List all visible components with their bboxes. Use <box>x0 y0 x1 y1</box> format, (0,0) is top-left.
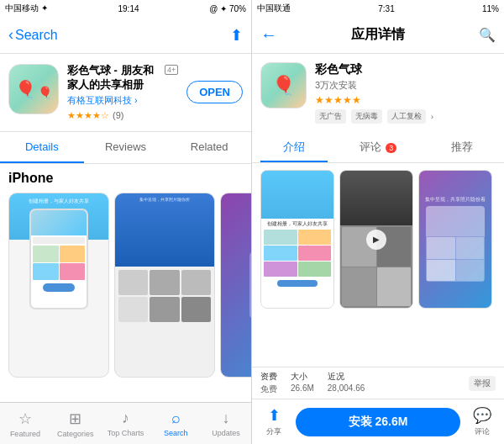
reviews-badge: 3 <box>386 143 396 153</box>
comment-label: 评论 <box>475 426 490 437</box>
tab-featured[interactable]: ☆ Featured <box>0 403 50 444</box>
install-button[interactable]: 安装 26.6M <box>296 408 460 436</box>
carrier-right: 中国联通 <box>257 3 291 14</box>
meta-row: 资费 免费 大小 26.6M 近况 28,004.66 举报 <box>260 371 496 395</box>
rating-row-left: ★★★★☆ (9) <box>67 110 178 121</box>
meta-resource: 资费 免费 <box>260 371 277 395</box>
tab-updates[interactable]: ↓ Updates <box>201 403 251 444</box>
updates-label: Updates <box>212 429 240 437</box>
search-button-right[interactable]: 🔍 <box>479 27 496 43</box>
screenshot-3-left[interactable]: ▶ <box>220 193 251 378</box>
app-info-row: 🎈 🎈 彩色气球 - 朋友和家人的共享相册 4+ 有格互联网科技 › ★★★★☆… <box>0 54 251 132</box>
comment-action[interactable]: 💬 评论 <box>469 406 496 437</box>
stars-left: ★★★★☆ <box>67 110 109 121</box>
age-badge: 4+ <box>165 65 178 75</box>
screenshot-1-left[interactable]: 创建相册，与家人好友共享 <box>8 193 109 378</box>
badge-no-ads: 无广告 <box>315 109 346 124</box>
nav-title-right: 应用详情 <box>351 26 405 44</box>
back-button-right[interactable]: ← <box>260 25 277 45</box>
tab-reviews[interactable]: Reviews <box>84 132 168 163</box>
tab-details[interactable]: Details <box>0 132 84 163</box>
tab-categories[interactable]: ⊞ Categories <box>50 403 101 444</box>
screenshot-3-caption-right: 集中呈现，共享照片隐份着 <box>425 197 486 203</box>
right-panel: 中国联通 7:31 11% ← 应用详情 🔍 🎈 彩色气球 3万次安装 ★★★★… <box>252 0 504 444</box>
top-charts-label: Top Charts <box>108 429 144 437</box>
nav-bar-left: ‹ Search ⬆ <box>0 17 251 54</box>
app-installs: 3万次安装 <box>315 79 496 92</box>
tab-related[interactable]: Related <box>167 132 251 163</box>
app-title-right: 彩色气球 <box>315 62 496 77</box>
back-button-left[interactable]: ‹ Search <box>8 26 58 44</box>
section-label-left: iPhone <box>0 164 251 189</box>
share-icon-right: ⬆ <box>268 406 281 425</box>
tab-intro[interactable]: 介绍 <box>252 132 336 162</box>
tab-reviews-label: 评论 <box>360 140 381 153</box>
screenshot-2-right[interactable]: ▶ <box>339 170 413 309</box>
badges-row-right: 无广告 无病毒 人工复检 › <box>315 109 496 124</box>
tab-reviews-right[interactable]: 评论 3 <box>336 132 420 162</box>
status-bar-left: 中国移动 ✦ 19:14 @ ✦ 70% <box>0 0 251 17</box>
badge-no-virus: 无病毒 <box>351 109 382 124</box>
time-left: 19:14 <box>118 4 139 13</box>
screenshot-1-caption: 创建相册，与家人好友共享 <box>13 198 105 205</box>
screenshot-2-caption: 集中呈现，共享照片随你所 <box>115 193 214 202</box>
meta-downloads: 近况 28,004.66 <box>328 371 365 393</box>
balloon-icon-2: 🎈 <box>38 86 52 99</box>
tab-search[interactable]: ⌕ Search <box>150 403 201 444</box>
app-title-left: 彩色气球 - 朋友和家人的共享相册 <box>67 64 161 92</box>
search-icon: ⌕ <box>171 410 181 427</box>
categories-label: Categories <box>57 430 94 438</box>
balloon-icon-right: 🎈 <box>272 75 295 97</box>
share-button-left[interactable]: ⬆ <box>230 26 243 45</box>
bottom-tab-bar: ☆ Featured ⊞ Categories ♪ Top Charts ⌕ S… <box>0 402 251 444</box>
updates-icon: ↓ <box>223 410 230 427</box>
back-label[interactable]: Search <box>15 28 58 43</box>
tab-intro-label: 介绍 <box>283 140 305 153</box>
open-button[interactable]: OPEN <box>186 81 243 103</box>
chevron-left-icon: ‹ <box>8 26 13 44</box>
search-label: Search <box>164 429 188 437</box>
status-bar-right: 中国联通 7:31 11% <box>252 0 504 17</box>
badge-verified: 人工复检 <box>387 109 426 124</box>
tab-recommend[interactable]: 推荐 <box>420 132 504 162</box>
screenshots-right: 创建相册，可家人好友共享 ▶ <box>252 163 504 367</box>
stars-right: ★★★★★ <box>315 94 496 106</box>
comment-icon: 💬 <box>473 406 491 425</box>
app-developer[interactable]: 有格互联网科技 › <box>67 94 178 107</box>
app-icon-right: 🎈 <box>260 62 307 108</box>
tab-recommend-label: 推荐 <box>451 140 473 153</box>
screenshots-left: 创建相册，与家人好友共享 <box>0 189 251 402</box>
featured-icon: ☆ <box>18 410 32 428</box>
tabs-row-left: Details Reviews Related <box>0 132 251 164</box>
app-icon-left: 🎈 🎈 <box>8 64 59 114</box>
play-button-icon[interactable]: ▶ <box>366 230 386 250</box>
app-details-right: 彩色气球 3万次安装 ★★★★★ 无广告 无病毒 人工复检 › <box>315 62 496 124</box>
chevron-badges[interactable]: › <box>431 113 433 121</box>
top-charts-icon: ♪ <box>122 410 129 427</box>
balloon-icon-1: 🎈 <box>15 79 36 99</box>
icons-left: @ ✦ 70% <box>209 4 246 13</box>
screenshot-1-right[interactable]: 创建相册，可家人好友共享 <box>260 170 334 309</box>
screenshot-2-left[interactable]: 集中呈现，共享照片随你所 <box>114 193 215 378</box>
bottom-actions: ⬆ 分享 安装 26.6M 💬 评论 <box>252 399 504 444</box>
carrier-left: 中国移动 ✦ <box>5 3 48 14</box>
meta-size: 大小 26.6M <box>291 371 314 393</box>
nav-bar-right: ← 应用详情 🔍 <box>252 17 504 54</box>
tabs-row-right: 介绍 评论 3 推荐 <box>252 132 504 163</box>
app-meta-section: 资费 免费 大小 26.6M 近况 28,004.66 举报 <box>252 367 504 399</box>
time-right: 7:31 <box>378 4 394 13</box>
featured-label: Featured <box>10 430 40 438</box>
tab-top-charts[interactable]: ♪ Top Charts <box>101 403 151 444</box>
share-label: 分享 <box>266 426 281 437</box>
app-info-row-right: 🎈 彩色气球 3万次安装 ★★★★★ 无广告 无病毒 人工复检 › <box>252 54 504 132</box>
screenshot-1-caption-right: 创建相册，可家人好友共享 <box>264 221 331 227</box>
app-details-left: 彩色气球 - 朋友和家人的共享相册 4+ 有格互联网科技 › ★★★★☆ (9) <box>67 64 178 121</box>
share-icon-left: ⬆ <box>230 27 243 44</box>
screenshot-3-right[interactable]: 集中呈现，共享照片隐份着 <box>418 170 492 309</box>
report-button[interactable]: 举报 <box>469 376 496 391</box>
battery-right: 11% <box>482 4 499 13</box>
categories-icon: ⊞ <box>69 410 81 428</box>
left-panel: 中国移动 ✦ 19:14 @ ✦ 70% ‹ Search ⬆ 🎈 🎈 彩色气球… <box>0 0 252 444</box>
rating-count-left: (9) <box>113 110 123 120</box>
share-action[interactable]: ⬆ 分享 <box>260 406 287 437</box>
